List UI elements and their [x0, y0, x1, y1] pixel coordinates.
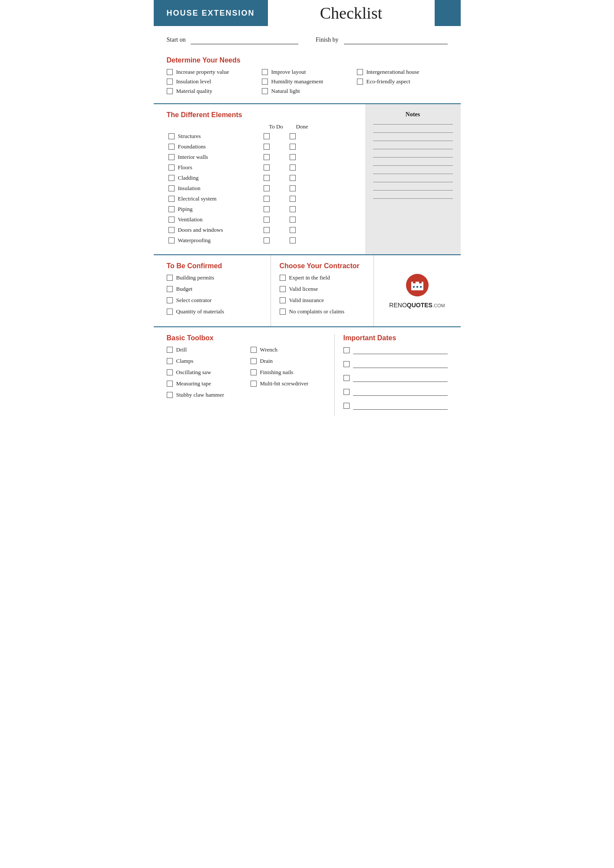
needs-checkbox-3[interactable]: [357, 69, 363, 75]
important-date-checkbox-2[interactable]: [343, 361, 350, 367]
element-name-floors: Floors: [176, 164, 254, 171]
element-todo-doors-windows[interactable]: [264, 227, 270, 233]
element-checkbox-cladding[interactable]: [168, 175, 175, 181]
element-todo-interior-walls[interactable]: [264, 154, 270, 160]
start-date-input[interactable]: [191, 36, 298, 44]
important-date-line-3[interactable]: [353, 374, 448, 382]
note-line-2[interactable]: [373, 132, 453, 133]
important-date-checkbox-5[interactable]: [343, 403, 350, 409]
element-done-insulation[interactable]: [290, 185, 296, 191]
important-date-line-5[interactable]: [353, 402, 448, 410]
element-done-waterproofing[interactable]: [290, 237, 296, 243]
element-done-cladding[interactable]: [290, 175, 296, 181]
header: HOUSE EXTENSION Checklist: [154, 0, 461, 26]
tool-clamps: Clamps: [167, 358, 242, 365]
note-line-10[interactable]: [373, 198, 453, 199]
element-todo-piping[interactable]: [264, 206, 270, 212]
note-line-9[interactable]: [373, 190, 453, 191]
start-label: Start on: [167, 36, 186, 43]
note-line-3[interactable]: [373, 141, 453, 141]
needs-checkbox-6[interactable]: [357, 79, 363, 85]
confirmed-item-permits: Building permits: [167, 274, 262, 281]
tool-checkbox-oscillating-saw[interactable]: [167, 369, 173, 375]
header-title: HOUSE EXTENSION: [154, 0, 268, 26]
needs-checkbox-5[interactable]: [262, 79, 268, 85]
element-done-structures[interactable]: [290, 133, 296, 139]
needs-checkbox-2[interactable]: [262, 69, 268, 75]
tool-checkbox-multi-bit-screwdriver[interactable]: [251, 381, 257, 387]
tool-checkbox-clamps[interactable]: [167, 358, 173, 364]
element-todo-structures[interactable]: [264, 133, 270, 139]
important-date-line-1[interactable]: [353, 346, 448, 354]
confirmed-checkbox-permits[interactable]: [167, 275, 173, 281]
tool-checkbox-drill[interactable]: [167, 347, 173, 353]
confirmed-item-budget: Budget: [167, 286, 262, 293]
element-done-electrical[interactable]: [290, 196, 296, 202]
note-line-5[interactable]: [373, 157, 453, 158]
element-done-doors-windows[interactable]: [290, 227, 296, 233]
finish-date-input[interactable]: [344, 36, 448, 44]
element-checkbox-electrical[interactable]: [168, 196, 175, 202]
element-name-ventilation: Ventilation: [176, 216, 254, 223]
tool-checkbox-finishing-nails[interactable]: [251, 369, 257, 375]
element-done-foundations[interactable]: [290, 144, 296, 150]
element-done-floors[interactable]: [290, 164, 296, 171]
contractor-checkbox-expert[interactable]: [280, 275, 286, 281]
note-line-8[interactable]: [373, 182, 453, 182]
confirmed-checkbox-quantity[interactable]: [167, 309, 173, 315]
tool-label-stubby-claw-hammer: Stubby claw hammer: [176, 391, 224, 398]
tool-checkbox-stubby-claw-hammer[interactable]: [167, 392, 173, 398]
note-line-7[interactable]: [373, 174, 453, 174]
needs-item-5: Humidity management: [262, 78, 353, 85]
needs-checkbox-8[interactable]: [262, 88, 268, 94]
note-line-4[interactable]: [373, 149, 453, 149]
element-todo-cladding[interactable]: [264, 175, 270, 181]
important-dates-section: Important Dates: [335, 334, 448, 416]
element-checkbox-ventilation[interactable]: [168, 217, 175, 223]
element-name-insulation: Insulation: [176, 185, 254, 192]
element-todo-foundations[interactable]: [264, 144, 270, 150]
note-line-6[interactable]: [373, 165, 453, 166]
element-todo-floors[interactable]: [264, 164, 270, 171]
element-checkbox-doors-windows[interactable]: [168, 227, 175, 233]
contractor-checkbox-license[interactable]: [280, 286, 286, 292]
tool-checkbox-drain[interactable]: [251, 358, 257, 364]
needs-section: Determine Your Needs Increase property v…: [154, 52, 461, 104]
needs-checkbox-1[interactable]: [167, 69, 173, 75]
element-done-ventilation[interactable]: [290, 217, 296, 223]
element-done-piping[interactable]: [290, 206, 296, 212]
tool-wrench: Wrench: [251, 346, 326, 353]
element-checkbox-foundations[interactable]: [168, 144, 175, 150]
confirmed-label-budget: Budget: [176, 286, 193, 293]
element-checkbox-interior-walls[interactable]: [168, 154, 175, 160]
important-date-line-4[interactable]: [353, 388, 448, 396]
contractor-checkbox-insurance[interactable]: [280, 297, 286, 303]
toolbox-col1: Drill Clamps Oscillating saw Measuring t…: [167, 346, 242, 403]
svg-rect-2: [413, 280, 416, 283]
element-todo-insulation[interactable]: [264, 185, 270, 191]
element-checkbox-floors[interactable]: [168, 164, 175, 171]
contractor-item-license: Valid license: [280, 286, 365, 293]
important-date-line-2[interactable]: [353, 360, 448, 368]
tool-checkbox-wrench[interactable]: [251, 347, 257, 353]
tool-oscillating-saw: Oscillating saw: [167, 369, 242, 376]
confirmed-checkbox-contrator[interactable]: [167, 297, 173, 303]
element-checkbox-insulation[interactable]: [168, 185, 175, 191]
element-checkbox-waterproofing[interactable]: [168, 237, 175, 243]
tool-checkbox-measuring-tape[interactable]: [167, 381, 173, 387]
element-todo-electrical[interactable]: [264, 196, 270, 202]
contractor-checkbox-complaints[interactable]: [280, 309, 286, 315]
needs-checkbox-4[interactable]: [167, 79, 173, 85]
tool-stubby-claw-hammer: Stubby claw hammer: [167, 391, 242, 398]
note-line-1[interactable]: [373, 124, 453, 125]
important-date-checkbox-3[interactable]: [343, 375, 350, 381]
important-date-checkbox-4[interactable]: [343, 389, 350, 395]
element-todo-waterproofing[interactable]: [264, 237, 270, 243]
element-todo-ventilation[interactable]: [264, 217, 270, 223]
important-date-checkbox-1[interactable]: [343, 347, 350, 353]
element-checkbox-piping[interactable]: [168, 206, 175, 212]
confirmed-checkbox-budget[interactable]: [167, 286, 173, 292]
needs-checkbox-7[interactable]: [167, 88, 173, 94]
element-checkbox-structures[interactable]: [168, 133, 175, 139]
element-done-interior-walls[interactable]: [290, 154, 296, 160]
